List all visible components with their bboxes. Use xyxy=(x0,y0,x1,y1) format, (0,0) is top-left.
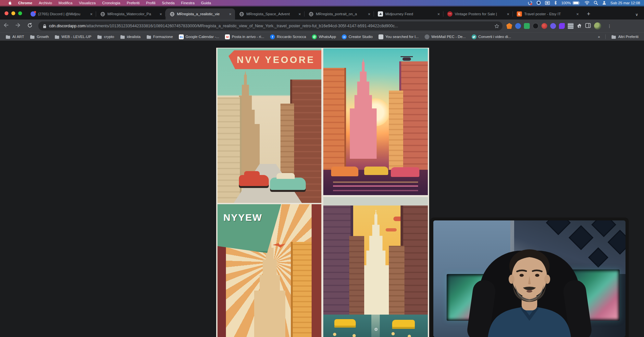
bookmark-label: Riccardo Scrocca xyxy=(277,35,306,39)
lock-icon xyxy=(43,24,46,28)
screenshot-grid-icon[interactable] xyxy=(568,23,574,29)
tab-realistic-view-active[interactable]: MRregista_a_realistic_vie × xyxy=(166,8,235,19)
tab-etsy[interactable]: E Travel poster - Etsy IT × xyxy=(513,8,582,19)
extension-dark-icon[interactable] xyxy=(533,23,539,29)
bookmark-label: Growth xyxy=(37,35,49,39)
bookmark-folder-formazione[interactable]: Formazione xyxy=(144,34,175,39)
yellow-taxi-left xyxy=(334,319,356,328)
tab-close-icon[interactable]: × xyxy=(297,12,302,17)
display-icon[interactable] xyxy=(545,1,550,5)
bookmark-label: WebMail PEC - De... xyxy=(431,35,466,39)
bookmark-google-calendar[interactable]: 31 Google Calendar -... xyxy=(177,34,222,39)
chrome-window: (2765) Discord | @Midjou × MRregista_Wat… xyxy=(0,6,644,337)
tab-close-icon[interactable]: × xyxy=(506,12,510,17)
bookmark-you-searched[interactable]: You searched for I... xyxy=(376,34,421,39)
url-path: /attachments/1013512335442333816/1089142… xyxy=(85,24,398,28)
tab-close-icon[interactable]: × xyxy=(436,12,441,17)
close-window-button[interactable] xyxy=(5,11,8,15)
menu-guida[interactable]: Guida xyxy=(198,0,214,6)
bookmark-creator-studio[interactable]: ∞ Creator Studio xyxy=(340,34,375,39)
back-button[interactable] xyxy=(0,23,12,29)
tab-title: MRregista_Watercolor_Pa xyxy=(107,12,156,16)
profile-avatar[interactable] xyxy=(594,22,601,30)
folder-icon xyxy=(611,34,616,39)
extensions-row: ⋮ xyxy=(506,22,615,30)
tab-close-icon[interactable]: × xyxy=(89,12,93,17)
bookmark-facebook-profile[interactable]: f Riccardo Scrocca xyxy=(268,34,308,39)
extension-metamask-icon[interactable] xyxy=(506,23,512,29)
tab-midjourney-feed[interactable]: Midjourney Feed × xyxy=(374,8,443,19)
new-tab-button[interactable]: + xyxy=(582,11,595,19)
extensions-puzzle-icon[interactable] xyxy=(576,23,582,29)
bookmark-folder-growth[interactable]: Growth xyxy=(28,34,51,39)
tab-discord[interactable]: (2765) Discord | @Midjou × xyxy=(27,8,96,19)
battery-icon xyxy=(573,1,580,5)
whatsapp-icon: ✆ xyxy=(312,34,317,39)
battery-status[interactable]: 100% xyxy=(561,1,580,5)
webcam-overlay xyxy=(430,218,629,337)
minimize-window-button[interactable] xyxy=(11,11,15,15)
bookmark-folder-ai-art[interactable]: AI ART xyxy=(3,34,26,39)
midjourney-favicon xyxy=(378,11,383,17)
bookmark-gmail-inbox[interactable]: M Posta in arrivo - ri... xyxy=(223,34,266,39)
menu-preferiti[interactable]: Preferiti xyxy=(123,0,143,6)
tab-vintage-posters[interactable]: Vintage Posters for Sale | × xyxy=(443,8,513,19)
tab-portrait[interactable]: MRregista_portrait_on_a × xyxy=(304,8,374,19)
control-center-icon[interactable] xyxy=(602,1,606,5)
bookmark-other-favorites[interactable]: Altri Preferiti xyxy=(609,34,641,39)
menu-modifica[interactable]: Modifica xyxy=(55,0,76,6)
menu-cronologia[interactable]: Cronologia xyxy=(99,0,124,6)
address-bar[interactable]: cdn.discordapp.com/attachments/101351233… xyxy=(38,21,502,31)
bookmark-label: crypto xyxy=(104,35,114,39)
menu-profili[interactable]: Profili xyxy=(143,0,159,6)
menubar-clock[interactable]: Sab 25 mar 12:08 xyxy=(611,1,640,5)
menu-visualizza[interactable]: Visualizza xyxy=(76,0,99,6)
extension-green-icon[interactable] xyxy=(524,23,530,29)
orange-car xyxy=(331,167,358,176)
extension-purple-icon[interactable] xyxy=(550,23,556,29)
bookmark-webmail-pec[interactable]: WebMail PEC - De... xyxy=(422,34,468,39)
bookmarks-overflow-chevron[interactable]: » xyxy=(596,35,602,39)
menu-chrome[interactable]: Chrome xyxy=(15,0,35,6)
tab-search-chevron-icon[interactable]: ∨ xyxy=(635,12,644,19)
webcam-video xyxy=(433,220,625,337)
buildings-right-2 xyxy=(389,246,404,317)
tab-close-icon[interactable]: × xyxy=(575,12,580,17)
zoom-window-button[interactable] xyxy=(18,11,22,15)
spotlight-search-icon[interactable] xyxy=(594,1,598,5)
extension-blue-icon[interactable] xyxy=(515,23,521,29)
tab-space-adventure[interactable]: MRregista_Space_Advent × xyxy=(235,8,304,19)
bookmark-folder-idealista[interactable]: idealista xyxy=(118,34,143,39)
wifi-icon[interactable] xyxy=(585,1,589,5)
apple-menu[interactable] xyxy=(5,0,15,6)
bookmark-whatsapp[interactable]: ✆ WhatsApp xyxy=(310,34,338,39)
url-domain: cdn.discordapp.com xyxy=(49,24,85,28)
bookmark-label: idealista xyxy=(127,35,141,39)
chrome-menu-kebab-icon[interactable]: ⋮ xyxy=(604,24,615,29)
menu-archivio[interactable]: Archivio xyxy=(35,0,55,6)
vintage-red-car xyxy=(239,175,269,186)
record-icon[interactable] xyxy=(537,1,541,5)
bookmark-folder-crypto[interactable]: crypto xyxy=(95,34,116,39)
bookmark-label: Google Calendar -... xyxy=(186,35,219,39)
apple-icon xyxy=(8,1,12,5)
buildings-left xyxy=(323,206,353,317)
menu-finestra[interactable]: Finestra xyxy=(178,0,198,6)
reload-button[interactable] xyxy=(24,23,36,30)
app-badge-icon[interactable] xyxy=(528,1,532,5)
extension-red-icon[interactable] xyxy=(541,23,547,29)
extension-violet-icon[interactable] xyxy=(559,23,565,29)
tab-close-icon[interactable]: × xyxy=(228,12,232,17)
tab-close-icon[interactable]: × xyxy=(367,12,371,17)
bluetooth-icon[interactable] xyxy=(554,1,557,5)
bookmark-converti-video[interactable]: ⇄ Converti i video di... xyxy=(469,34,514,39)
url-text[interactable]: cdn.discordapp.com/attachments/101351233… xyxy=(49,24,398,28)
tab-close-icon[interactable]: × xyxy=(158,12,163,17)
menu-scheda[interactable]: Scheda xyxy=(159,0,178,6)
etsy-favicon: E xyxy=(517,11,522,17)
tab-watercolor[interactable]: MRregista_Watercolor_Pa × xyxy=(96,8,166,19)
bookmark-folder-web-levelup[interactable]: WEB - LEVEL-UP xyxy=(52,34,93,39)
forward-button[interactable] xyxy=(12,23,24,29)
bookmark-star-icon[interactable] xyxy=(494,24,499,29)
sidebar-icon[interactable] xyxy=(585,23,591,29)
